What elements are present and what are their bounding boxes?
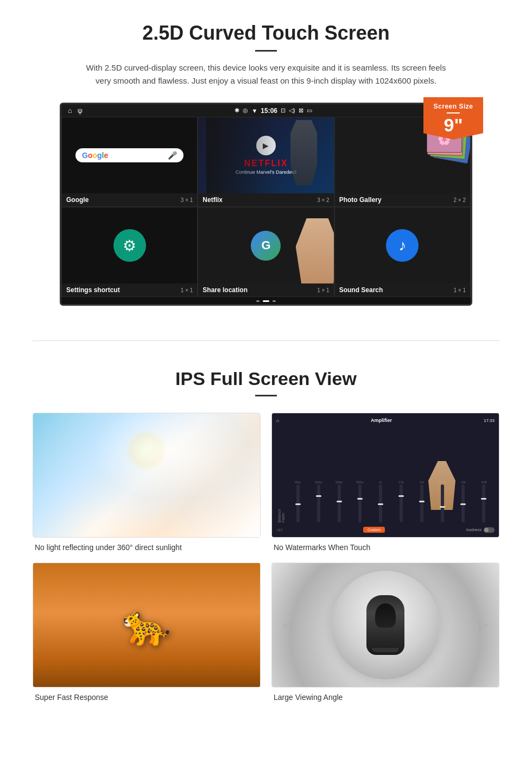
maps-app-cell[interactable]: G Share location 1 × 1 [198, 207, 334, 297]
eq-freq-label-500: 500hz [356, 481, 364, 484]
google-app-name: Google [66, 196, 88, 204]
netflix-app-size: 3 × 2 [317, 197, 330, 203]
netflix-app-cell[interactable]: ▶ NETFLIX Continue Marvel's Daredevil Ne… [198, 117, 334, 207]
google-search-bar[interactable]: Google 🎤 [75, 148, 183, 162]
amplifier-visual: ⌂ Amplifier 17:33 BalanceFader 60hz [272, 413, 499, 537]
settings-label-row: Settings shortcut 1 × 1 [62, 283, 197, 297]
dot-1 [256, 300, 259, 302]
maps-label-row: Share location 1 × 1 [198, 283, 333, 297]
bluetooth-icon: ✱ [235, 107, 239, 114]
eq-handle-200 [337, 501, 342, 502]
eq-handle-60 [295, 503, 301, 505]
eq-handle-500 [357, 498, 363, 500]
photo-gallery-label-row: Photo Gallery 2 × 2 [335, 193, 470, 206]
settings-app-content: ⚙ [62, 207, 197, 283]
sound-bg: ♪ [335, 207, 470, 283]
eq-slider-2k5: 2.5k [391, 481, 410, 522]
eq-sliders: 60hz 100hz [288, 481, 493, 522]
netflix-bg: ▶ NETFLIX Continue Marvel's Daredevil [198, 117, 333, 193]
eq-handle-1k [378, 503, 383, 505]
feature-large-angle: ◁ ▷ Large Viewing Angle [271, 563, 499, 702]
balance-label: BalanceFader [277, 509, 285, 522]
eq-track-2k5 [400, 484, 403, 522]
usb-icon: ψ [78, 106, 83, 115]
app-grid-row1: Google 🎤 Google 3 × 1 [61, 117, 471, 207]
amp-bottom: ◁◁ Custom loudness [276, 527, 495, 533]
google-logo: Google [82, 151, 108, 160]
ips-title-underline [255, 395, 277, 396]
google-app-cell[interactable]: Google 🎤 Google 3 × 1 [61, 117, 198, 207]
title-underline [255, 50, 277, 52]
loudness-label: loudness [466, 528, 482, 532]
sound-app-name: Sound Search [339, 286, 383, 294]
status-center: ✱ ◎ ▼ 15:06 ⊡ ◁) ⊠ ▭ [235, 107, 312, 115]
location-icon: ◎ [243, 107, 248, 114]
wifi-icon: ▼ [251, 108, 257, 114]
car-circle [331, 571, 440, 679]
amp-status-bar: ⌂ Amplifier 17:33 [276, 418, 495, 423]
eq-handle-sub [481, 498, 486, 500]
amp-custom-btn[interactable]: Custom [363, 527, 385, 533]
volume-icon: ◁) [289, 107, 295, 114]
feature-fast-response: 🐆 Super Fast Response [33, 563, 261, 702]
eq-handle-100 [316, 495, 321, 497]
no-light-caption: No light reflecting under 360° direct su… [33, 543, 261, 552]
settings-app-name: Settings shortcut [66, 286, 120, 294]
app-grid-row2: ⚙ Settings shortcut 1 × 1 G [61, 207, 471, 297]
eq-handle-15k [460, 503, 466, 505]
amp-nav-left: ◁◁ [276, 528, 282, 532]
netflix-app-content: ▶ NETFLIX Continue Marvel's Daredevil [198, 117, 333, 193]
large-angle-caption: Large Viewing Angle [271, 693, 499, 702]
settings-bg: ⚙ [62, 207, 197, 283]
eq-slider-200hz: 200hz [330, 481, 349, 522]
photo-gallery-app-name: Photo Gallery [339, 196, 382, 204]
eq-track-15k [461, 484, 465, 522]
eq-track-200 [338, 484, 341, 522]
amp-loudness: loudness [466, 527, 495, 533]
angle-arrow-right: ▷ [479, 618, 488, 632]
eq-slider-100hz: 100hz [309, 481, 328, 522]
eq-freq-label-2k5: 2.5k [398, 481, 403, 484]
camera-icon: ⊡ [281, 107, 286, 114]
no-light-image [33, 413, 261, 538]
amp-title: Amplifier [371, 418, 392, 423]
eq-slider-60hz: 60hz [288, 481, 307, 522]
eq-freq-label-200: 200hz [335, 481, 343, 484]
no-watermarks-caption: No Watermarks When Touch [271, 543, 499, 552]
eq-track-60 [296, 484, 300, 522]
eq-track-10k [420, 484, 423, 522]
settings-app-cell[interactable]: ⚙ Settings shortcut 1 × 1 [61, 207, 198, 297]
loudness-toggle[interactable] [484, 527, 495, 533]
dot-3 [273, 300, 276, 302]
section2-title: IPS Full Screen View [33, 368, 499, 389]
screen-size-badge: Screen Size 9" [423, 97, 483, 140]
netflix-label-row: Netflix 3 × 2 [198, 193, 333, 206]
x-icon: ⊠ [299, 107, 303, 114]
section-divider [33, 340, 499, 341]
paging-dots [61, 297, 471, 304]
sound-label-row: Sound Search 1 × 1 [335, 283, 470, 297]
eq-freq-label-100: 100hz [315, 481, 322, 484]
netflix-silhouette [206, 117, 274, 193]
cheetah-image-wrap: 🐆 [33, 563, 261, 687]
badge-dash [447, 112, 460, 113]
eq-slider-15k: 15k [454, 481, 473, 522]
sound-app-size: 1 × 1 [453, 287, 466, 293]
sound-app-cell[interactable]: ♪ Sound Search 1 × 1 [334, 207, 471, 297]
maps-icon: G [251, 231, 281, 261]
device-mockup: Screen Size 9" ⌂ ψ ✱ ◎ ▼ 15:06 ⊡ ◁) ⊠ [60, 103, 472, 306]
eq-track-sub [482, 484, 485, 522]
angle-arrow-left: ◁ [283, 618, 292, 632]
light-rays [33, 413, 260, 537]
car-trunk [372, 648, 399, 652]
feature-grid: No light reflecting under 360° direct su… [33, 413, 499, 702]
eq-slider-10k: 10k [413, 481, 432, 522]
eq-freq-label-sub: SUB [481, 481, 486, 484]
status-time: 15:06 [261, 107, 277, 115]
feature-no-light: No light reflecting under 360° direct su… [33, 413, 261, 552]
eq-freq-label-60: 60hz [295, 481, 301, 484]
maps-app-size: 1 × 1 [317, 287, 330, 293]
google-app-content: Google 🎤 [62, 117, 197, 193]
car-body-wrap [366, 595, 404, 655]
eq-slider-500hz: 500hz [350, 481, 369, 522]
